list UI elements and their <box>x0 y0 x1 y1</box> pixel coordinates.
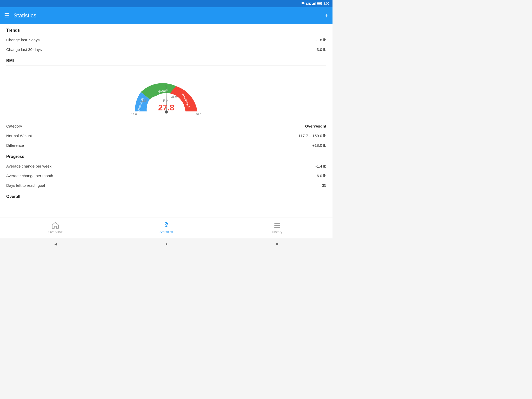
bmi-value: 27.8 <box>158 103 174 112</box>
status-icons: LTE 8:00 <box>301 2 329 5</box>
add-button[interactable]: + <box>324 12 328 20</box>
lte-icon: LTE <box>306 2 311 5</box>
svg-rect-14 <box>274 227 280 228</box>
bottom-nav: Overview Statistics History <box>0 217 332 238</box>
progress-month-value: -6.0 lb <box>315 174 326 178</box>
progress-week-row: Average change per week -1.4 lb <box>0 161 332 171</box>
svg-rect-7 <box>317 3 321 5</box>
system-nav: ◀ ● ■ <box>0 238 332 249</box>
bmi-label: BMI <box>158 99 174 103</box>
page-title: Statistics <box>14 12 36 19</box>
main-content: Trends Change last 7 days -1.8 lb Change… <box>0 24 332 217</box>
overall-divider <box>6 201 326 201</box>
svg-rect-3 <box>314 3 315 5</box>
progress-daysgoal-value: 35 <box>322 183 326 188</box>
progress-week-value: -1.4 lb <box>315 164 326 168</box>
svg-rect-1 <box>312 4 313 5</box>
trend-30days-value: -3.0 lb <box>315 47 326 52</box>
recents-button[interactable]: ■ <box>276 242 278 246</box>
overall-section-header: Overall <box>0 190 332 201</box>
progress-daysgoal-label: Days left to reach goal <box>6 183 45 188</box>
svg-point-11 <box>166 223 167 224</box>
time-display: 8:00 <box>323 2 329 5</box>
trend-7days-value: -1.8 lb <box>315 38 326 42</box>
gauge-wrapper: 16.0 18.5 25.0 40.0 Underweight Normal O… <box>125 72 208 117</box>
svg-rect-2 <box>313 3 314 5</box>
nav-item-statistics[interactable]: Statistics <box>111 220 222 236</box>
progress-month-row: Average change per month -6.0 lb <box>0 171 332 181</box>
svg-rect-13 <box>274 225 280 226</box>
battery-icon <box>317 2 322 5</box>
bmi-category-row: Category Overweight <box>0 121 332 131</box>
nav-label-history: History <box>272 230 282 234</box>
progress-section-header: Progress <box>0 150 332 161</box>
back-button[interactable]: ◀ <box>54 242 57 246</box>
history-icon <box>274 222 281 229</box>
bmi-normalweight-value: 117.7 – 159.0 lb <box>298 134 326 138</box>
bmi-difference-value: +18.0 lb <box>312 143 326 148</box>
bmi-center-text: BMI 27.8 <box>158 99 174 112</box>
bmi-gauge-container: 16.0 18.5 25.0 40.0 Underweight Normal O… <box>0 65 332 121</box>
trends-section-header: Trends <box>0 24 332 35</box>
overview-icon <box>52 222 59 229</box>
nav-label-statistics: Statistics <box>159 230 173 234</box>
nav-item-overview[interactable]: Overview <box>0 220 111 236</box>
signal-icon <box>312 2 316 5</box>
nav-label-overview: Overview <box>48 230 62 234</box>
bmi-section-header: BMI <box>0 54 332 65</box>
svg-rect-6 <box>322 3 322 4</box>
trend-row-7days: Change last 7 days -1.8 lb <box>0 35 332 45</box>
status-bar: LTE 8:00 <box>0 0 332 7</box>
progress-week-label: Average change per week <box>6 164 51 168</box>
bmi-normalweight-row: Normal Weight 117.7 – 159.0 lb <box>0 131 332 141</box>
trend-7days-label: Change last 7 days <box>6 38 39 42</box>
nav-item-history[interactable]: History <box>222 220 332 236</box>
tick-40: 40.0 <box>196 113 201 116</box>
trend-30days-label: Change last 30 days <box>6 47 42 52</box>
bmi-category-value: Overweight <box>305 124 326 128</box>
app-bar: ☰ Statistics + <box>0 7 332 24</box>
progress-daysgoal-row: Days left to reach goal 35 <box>0 181 332 190</box>
svg-point-0 <box>303 5 303 5</box>
progress-month-label: Average change per month <box>6 174 53 178</box>
statistics-icon <box>163 222 170 229</box>
bmi-difference-label: Difference <box>6 143 24 148</box>
svg-rect-12 <box>274 223 280 224</box>
bmi-normalweight-label: Normal Weight <box>6 134 32 138</box>
home-button[interactable]: ● <box>165 242 168 246</box>
bmi-category-label: Category <box>6 124 22 128</box>
wifi-icon <box>301 2 305 5</box>
tick-250: 25.0 <box>171 95 177 98</box>
trend-row-30days: Change last 30 days -3.0 lb <box>0 45 332 54</box>
menu-button[interactable]: ☰ <box>4 12 9 19</box>
svg-rect-4 <box>315 2 316 5</box>
bmi-difference-row: Difference +18.0 lb <box>0 141 332 150</box>
